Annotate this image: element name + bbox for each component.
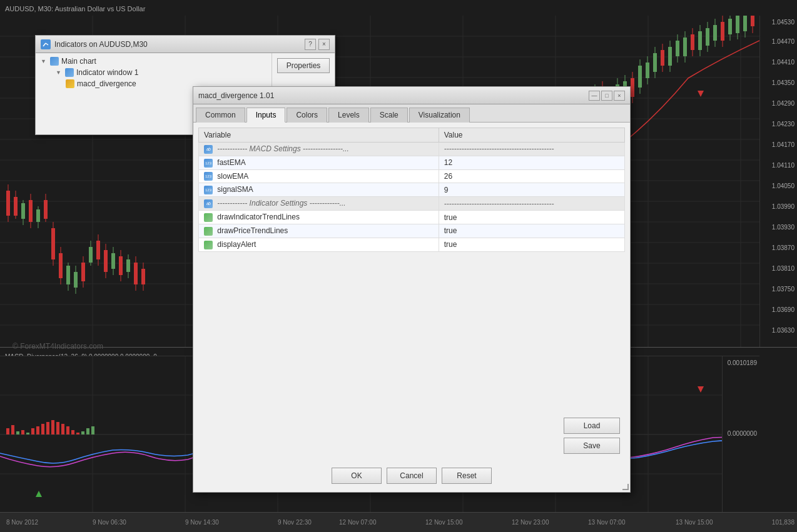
svg-rect-124 — [6, 428, 9, 434]
indicators-close-button[interactable]: × — [318, 39, 330, 50]
tree-item-indicator-window[interactable]: ▼ Indicator window 1 — [38, 67, 269, 78]
watermark: © ForexMT4Indicators.com — [13, 342, 103, 351]
table-row[interactable]: ab ------------ Indicator Settings -----… — [199, 197, 625, 211]
svg-rect-132 — [46, 422, 49, 434]
load-button[interactable]: Load — [564, 418, 620, 434]
table-row[interactable]: 123 fastEMA 12 — [199, 156, 625, 169]
bottom-time-axis: 8 Nov 2012 9 Nov 06:30 9 Nov 14:30 9 Nov… — [0, 512, 797, 532]
load-save-buttons: Load Save — [564, 418, 620, 454]
properties-button[interactable]: Properties — [277, 58, 330, 73]
col-header-value: Value — [439, 128, 624, 143]
footer-buttons: OK Cancel Reset — [193, 468, 630, 484]
properties-table: Variable Value ab ------------ MACD Sett… — [198, 128, 625, 252]
chart-title: AUDUSD, M30: Australian Dollar vs US Dol… — [5, 5, 145, 13]
svg-rect-130 — [36, 426, 39, 434]
cancel-button[interactable]: Cancel — [387, 468, 437, 484]
row-variable: drawIndicatorTrendLines — [199, 211, 439, 224]
properties-maximize-button[interactable]: □ — [601, 91, 612, 101]
svg-marker-143 — [36, 491, 42, 497]
svg-rect-135 — [61, 424, 64, 434]
table-row[interactable]: ab ------------ MACD Settings ----------… — [199, 143, 625, 156]
svg-rect-134 — [56, 422, 59, 434]
indicators-dialog-titlebar: Indicators on AUDUSD,M30 ? × — [36, 36, 335, 53]
indicators-dialog-icon — [41, 39, 51, 49]
svg-marker-142 — [698, 386, 704, 393]
tree-label-main-chart: Main chart — [61, 57, 96, 66]
svg-rect-129 — [31, 428, 34, 434]
row-variable: 123 signalSMA — [199, 183, 439, 197]
row-value: true — [439, 224, 624, 238]
indicators-dialog-title: Indicators on AUDUSD,M30 — [54, 40, 148, 49]
svg-rect-139 — [81, 431, 84, 434]
resize-grip[interactable] — [622, 484, 630, 491]
row-value: 9 — [439, 183, 624, 197]
properties-close-button[interactable]: × — [614, 91, 625, 101]
col-header-variable: Variable — [199, 128, 439, 143]
tab-scale[interactable]: Scale — [370, 108, 408, 123]
svg-rect-140 — [86, 428, 89, 434]
table-row[interactable]: 123 slowEMA 26 — [199, 169, 625, 183]
corner-price: 101,838 — [772, 519, 794, 526]
row-value: true — [439, 211, 624, 224]
tab-colors[interactable]: Colors — [287, 108, 327, 123]
properties-title: macd_divergence 1.01 — [198, 91, 274, 100]
properties-titlebar: macd_divergence 1.01 — □ × — [193, 87, 630, 104]
svg-rect-138 — [76, 433, 79, 434]
table-row[interactable]: 123 signalSMA 9 — [199, 183, 625, 197]
svg-rect-128 — [26, 433, 29, 434]
row-variable: displayAlert — [199, 238, 439, 251]
row-variable: ab ------------ Indicator Settings -----… — [199, 197, 439, 211]
tree-item-main-chart[interactable]: ▼ Main chart — [38, 56, 269, 67]
row-value: 26 — [439, 169, 624, 183]
tab-inputs[interactable]: Inputs — [246, 108, 286, 123]
tab-common[interactable]: Common — [196, 108, 245, 123]
svg-line-144 — [43, 43, 46, 46]
tab-levels[interactable]: Levels — [328, 108, 369, 123]
tab-visualization[interactable]: Visualization — [409, 108, 470, 123]
table-row[interactable]: drawIndicatorTrendLines true — [199, 211, 625, 224]
svg-line-145 — [46, 43, 48, 45]
row-value: 12 — [439, 156, 624, 169]
svg-rect-126 — [16, 431, 19, 434]
row-variable: ab ------------ MACD Settings ----------… — [199, 143, 439, 156]
svg-rect-131 — [41, 424, 44, 434]
row-value: ----------------------------------------… — [439, 143, 624, 156]
tree-label-macd-divergence: macd_divergence — [77, 79, 136, 88]
reset-button[interactable]: Reset — [442, 468, 492, 484]
properties-table-area: Variable Value ab ------------ MACD Sett… — [193, 123, 630, 257]
save-button[interactable]: Save — [564, 438, 620, 454]
row-value: ----------------------------------------… — [439, 197, 624, 211]
properties-minimize-button[interactable]: — — [589, 91, 600, 101]
svg-rect-137 — [71, 430, 74, 434]
properties-tabs: Common Inputs Colors Levels Scale Visual… — [193, 104, 630, 123]
indicators-help-button[interactable]: ? — [305, 39, 316, 50]
table-row[interactable]: drawPriceTrendLines true — [199, 224, 625, 238]
row-value: true — [439, 238, 624, 251]
row-variable: 123 slowEMA — [199, 169, 439, 183]
svg-rect-141 — [91, 426, 94, 434]
svg-rect-125 — [11, 425, 14, 434]
table-row[interactable]: displayAlert true — [199, 238, 625, 251]
row-variable: drawPriceTrendLines — [199, 224, 439, 238]
svg-rect-133 — [51, 420, 54, 434]
svg-marker-113 — [698, 91, 704, 97]
tree-label-indicator-window: Indicator window 1 — [76, 68, 138, 77]
svg-rect-127 — [21, 430, 24, 434]
ok-button[interactable]: OK — [332, 468, 382, 484]
properties-dialog: macd_divergence 1.01 — □ × Common Inputs… — [193, 86, 631, 493]
properties-content: Variable Value ab ------------ MACD Sett… — [193, 123, 630, 491]
svg-rect-136 — [66, 426, 69, 434]
row-variable: 123 fastEMA — [199, 156, 439, 169]
